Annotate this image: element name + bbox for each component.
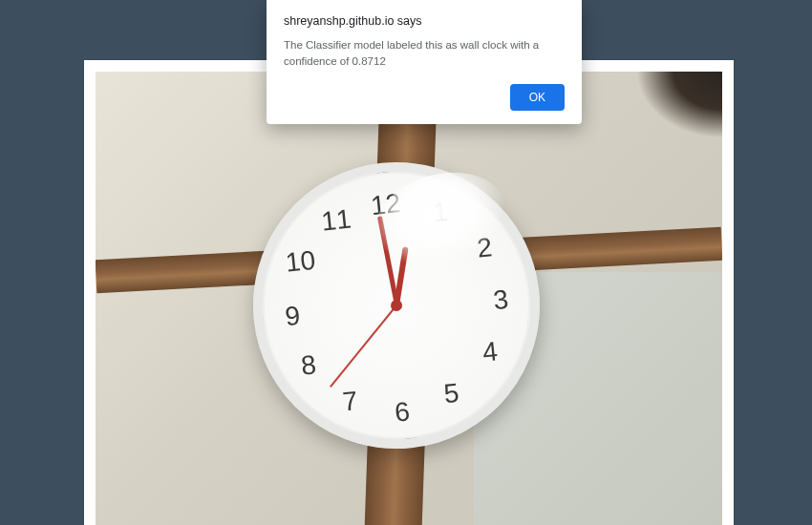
clock-numeral: 5 (442, 378, 460, 410)
wall-clock: 12 1 2 3 4 5 6 7 8 9 10 11 (239, 148, 554, 463)
photo-frame: 12 1 2 3 4 5 6 7 8 9 10 11 (84, 60, 734, 525)
alert-dialog: shreyanshp.github.io says The Classifier… (267, 0, 582, 124)
clock-second-hand (330, 304, 397, 388)
classified-photo: 12 1 2 3 4 5 6 7 8 9 10 11 (96, 72, 722, 525)
clock-face: 12 1 2 3 4 5 6 7 8 9 10 11 (249, 158, 544, 452)
clock-numeral: 8 (300, 349, 318, 381)
dialog-origin: shreyanshp.github.io says (284, 14, 565, 28)
clock-numeral: 6 (394, 396, 412, 428)
dialog-origin-suffix: says (394, 14, 421, 28)
dark-corner (636, 72, 722, 138)
clock-numeral: 11 (320, 203, 353, 237)
dialog-actions: OK (284, 84, 565, 111)
dialog-message: The Classifier model labeled this as wal… (284, 37, 565, 69)
clock-numeral: 4 (481, 336, 500, 368)
clock-center-dot (390, 299, 402, 311)
clock-numeral: 10 (284, 245, 316, 279)
clock-numeral: 9 (284, 301, 302, 332)
clock-numeral: 3 (492, 284, 510, 315)
dialog-origin-host: shreyanshp.github.io (284, 14, 394, 28)
clock-numeral: 7 (341, 386, 359, 417)
ok-button[interactable]: OK (510, 84, 565, 111)
